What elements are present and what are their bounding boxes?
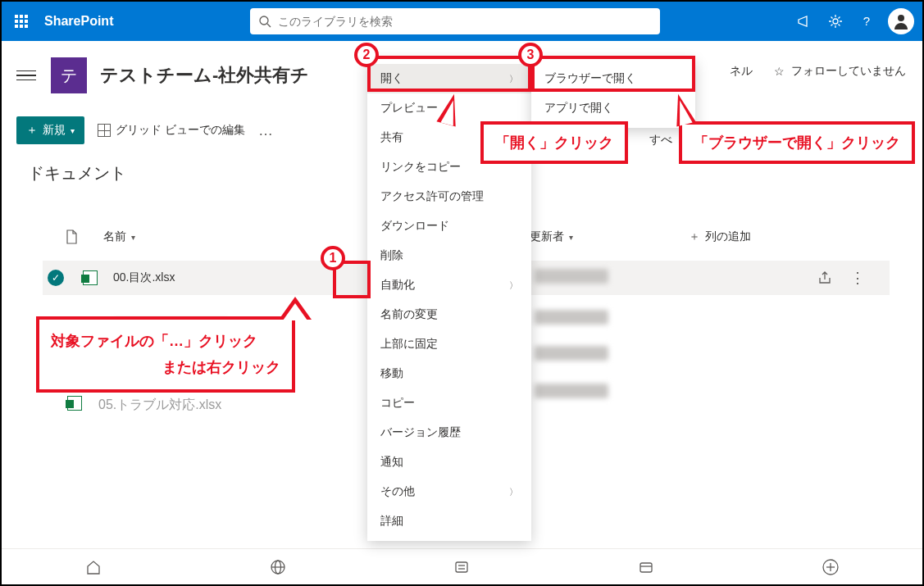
menu-delete[interactable]: 削除 <box>367 241 531 270</box>
table-row[interactable]: 05.トラブル対応.xlsx <box>67 388 221 421</box>
app-launcher[interactable] <box>2 2 41 41</box>
library-icon[interactable] <box>637 558 655 576</box>
news-icon[interactable] <box>453 558 471 576</box>
menu-automate[interactable]: 自動化〉 <box>367 270 531 300</box>
follow-star-icon[interactable]: ☆ <box>774 65 785 78</box>
chevron-right-icon: 〉 <box>509 279 518 292</box>
step-badge-2: 2 <box>354 43 379 67</box>
excel-file-icon <box>67 396 84 414</box>
svg-point-4 <box>898 15 904 21</box>
menu-details[interactable]: 詳細 <box>367 507 531 536</box>
callout-3: 「ブラウザーで開く」クリック <box>679 121 915 164</box>
library-title: ドキュメント <box>28 162 126 184</box>
toolbar-more[interactable]: … <box>258 122 275 139</box>
panel-suffix: ネル <box>730 64 753 79</box>
add-icon[interactable] <box>822 558 840 576</box>
menu-alert[interactable]: 通知 <box>367 447 531 477</box>
modified-by-blurred <box>535 310 608 325</box>
new-button-label: 新規 <box>43 123 66 138</box>
svg-line-1 <box>267 24 271 27</box>
plus-icon: ＋ <box>26 123 38 138</box>
modified-by-blurred <box>535 346 608 361</box>
check-icon[interactable]: ✓ <box>48 270 64 286</box>
file-name[interactable]: 00.目次.xlsx <box>113 270 175 285</box>
svg-rect-8 <box>456 562 467 572</box>
nav-toggle[interactable] <box>16 66 36 85</box>
callout-2: 「開く」クリック <box>480 121 628 164</box>
highlight-open-browser <box>531 56 695 92</box>
menu-other[interactable]: その他〉 <box>367 477 531 507</box>
site-icon[interactable]: テ <box>51 57 87 93</box>
modified-by-blurred <box>535 269 608 284</box>
menu-pin-top[interactable]: 上部に固定 <box>367 329 531 359</box>
chevron-right-icon: 〉 <box>509 486 518 498</box>
share-icon[interactable] <box>817 270 832 285</box>
settings-icon[interactable] <box>827 13 844 30</box>
step-badge-1: 1 <box>321 246 345 270</box>
callout-1: 対象ファイルの「…」クリック または右クリック <box>36 316 295 393</box>
col-add[interactable]: ＋列の追加 <box>689 229 751 244</box>
bottom-bar <box>2 548 922 584</box>
menu-copy[interactable]: コピー <box>367 388 531 418</box>
grid-edit-label: グリッド ビューでの編集 <box>116 123 245 138</box>
search-input[interactable] <box>278 15 652 28</box>
svg-text:?: ? <box>863 14 870 28</box>
menu-move[interactable]: 移動 <box>367 359 531 388</box>
chevron-down-icon: ▾ <box>131 233 135 242</box>
menu-version-history[interactable]: バージョン履歴 <box>367 418 531 447</box>
plus-icon: ＋ <box>689 229 700 244</box>
help-icon[interactable]: ? <box>858 13 875 30</box>
account-avatar[interactable] <box>888 8 914 34</box>
excel-file-icon <box>82 270 98 286</box>
svg-point-2 <box>833 19 838 24</box>
menu-manage-access[interactable]: アクセス許可の管理 <box>367 182 531 211</box>
home-icon[interactable] <box>84 558 102 576</box>
chevron-down-icon: ▾ <box>569 233 573 242</box>
col-modified-by[interactable]: 更新者▾ <box>530 229 573 244</box>
svg-rect-11 <box>640 563 652 572</box>
col-type-icon[interactable] <box>66 229 77 244</box>
grid-edit-button[interactable]: グリッド ビューでの編集 <box>98 123 245 138</box>
globe-icon[interactable] <box>269 558 287 576</box>
grid-icon <box>98 124 111 137</box>
file-name[interactable]: 05.トラブル対応.xlsx <box>98 397 221 414</box>
follow-label[interactable]: フォローしていません <box>791 64 906 79</box>
new-button[interactable]: ＋ 新規 ▾ <box>16 116 84 144</box>
all-docs-label-cut: すべ <box>649 133 672 148</box>
svg-point-0 <box>260 16 268 25</box>
step-badge-3: 3 <box>518 43 543 67</box>
search-icon <box>258 15 271 28</box>
row-more-button[interactable]: ⋮ <box>850 269 865 287</box>
chevron-down-icon: ▾ <box>71 126 75 135</box>
site-name[interactable]: テストチーム-社外共有チ <box>100 63 309 88</box>
menu-rename[interactable]: 名前の変更 <box>367 300 531 329</box>
menu-download[interactable]: ダウンロード <box>367 211 531 241</box>
modified-by-blurred <box>535 384 608 398</box>
col-name[interactable]: 名前▾ <box>103 229 135 244</box>
search-box[interactable] <box>250 8 660 34</box>
brand-label[interactable]: SharePoint <box>44 14 113 29</box>
megaphone-icon[interactable] <box>796 13 812 30</box>
highlight-open <box>367 56 531 92</box>
